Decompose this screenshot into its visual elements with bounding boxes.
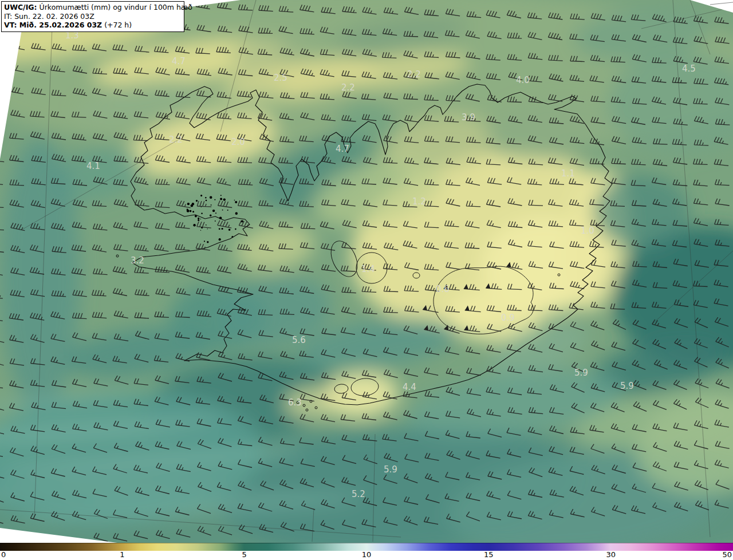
value-label: 3.9 bbox=[462, 112, 475, 123]
value-label: 5.2 bbox=[352, 489, 365, 499]
weather-map-app: 1.34.72.52.22.24.04.53.92.22.04.74.11.11… bbox=[0, 0, 733, 560]
colorbar-tick-label: 0 bbox=[1, 551, 6, 559]
value-label: 5.6 bbox=[292, 335, 306, 345]
model-id: UWC/IG: bbox=[4, 3, 37, 11]
colorbar-tick-label: 10 bbox=[362, 551, 372, 559]
colorbar-tick-label: 50 bbox=[722, 551, 732, 559]
title-box: UWC/IG: Úrkomumætti (mm) og vindur í 100… bbox=[1, 1, 184, 32]
value-label: 5.9 bbox=[620, 381, 634, 391]
value-label: 2.5 bbox=[274, 73, 287, 83]
value-label: 4.7 bbox=[172, 56, 186, 66]
value-label: 2.2 bbox=[169, 135, 183, 145]
value-label: 0.9 bbox=[501, 313, 515, 323]
value-label: 4.0 bbox=[516, 75, 530, 85]
value-label: 2.2 bbox=[407, 69, 421, 80]
colorbar-tick-label: 15 bbox=[484, 551, 494, 559]
colorbar-tick-label: 5 bbox=[242, 551, 247, 559]
map-title: UWC/IG: Úrkomumætti (mm) og vindur í 100… bbox=[4, 3, 182, 12]
valid-time: VT: Mið. 25.02.2026 03Z (+72 h) bbox=[4, 21, 182, 30]
init-time: IT: Sun. 22. 02. 2026 03Z bbox=[4, 12, 182, 21]
value-label: 4.7 bbox=[336, 144, 349, 154]
value-label: 1.0 bbox=[581, 226, 594, 236]
colorbar-tick-label: 30 bbox=[606, 551, 616, 559]
value-label: 1.4 bbox=[361, 264, 375, 274]
value-label: 1.1 bbox=[561, 168, 575, 179]
forecast-map: 1.34.72.52.22.24.04.53.92.22.04.74.11.11… bbox=[0, 0, 733, 543]
value-label: 4.5 bbox=[682, 64, 696, 74]
value-label: 6.3 bbox=[288, 397, 302, 408]
value-label: 1.2 bbox=[412, 196, 426, 207]
value-label: 1.3 bbox=[65, 30, 79, 41]
value-label: 2.2 bbox=[341, 82, 355, 93]
value-label: 0.6 bbox=[436, 284, 450, 294]
colorbar-tick-labels: 01510153050 bbox=[0, 551, 733, 560]
value-label: 5.9 bbox=[574, 368, 588, 378]
value-label: 3.2 bbox=[131, 255, 144, 266]
value-label: 4.1 bbox=[86, 161, 100, 171]
colorbar: 01510153050 bbox=[0, 543, 733, 560]
value-label: 5.9 bbox=[384, 464, 397, 475]
value-label: 4.4 bbox=[403, 382, 416, 392]
value-label: 2.0 bbox=[231, 137, 245, 147]
colorbar-tick-label: 1 bbox=[120, 551, 124, 559]
